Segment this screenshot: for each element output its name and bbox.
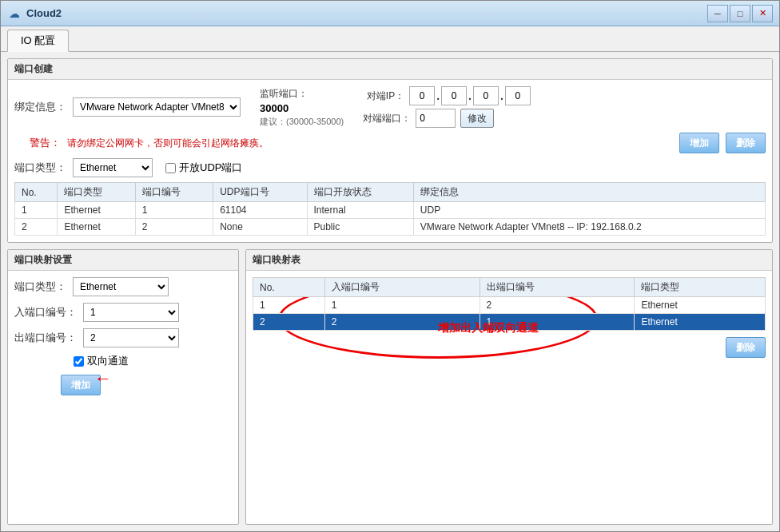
port-creation-section: 端口创建 绑定信息： VMware Network Adapter VMnet8… [7,58,773,243]
mapping-settings-body: 端口类型： Ethernet 入端口编号： 1 出端口编号： [8,271,238,402]
binding-row: 绑定信息： VMware Network Adapter VMnet8 -- I… [14,86,766,128]
peer-group: 对端IP： . . . 对端 [363,86,531,128]
ip-octet-3[interactable] [473,86,499,105]
delete-port-button[interactable]: 删除 [726,133,766,153]
window-title: Cloud2 [26,7,707,19]
map-col-no: No. [253,278,325,297]
listen-group: 监听端口： 30000 建议：(30000-35000) [260,87,344,128]
map-col-out: 出端口编号 [480,278,635,297]
col-status: 端口开放状态 [307,183,413,202]
peer-port-label: 对端端口： [363,112,411,125]
bidirectional-row: 双向通道 [14,354,232,368]
port-mapping-settings-section: 端口映射设置 端口类型： Ethernet 入端口编号： 1 [7,249,239,525]
peer-ip-label: 对端IP： [363,89,404,103]
table-row[interactable]: 2Ethernet2NonePublicVMware Network Adapt… [15,219,766,236]
listen-label: 监听端口： [260,87,344,101]
port-type-label: 端口类型： [14,161,66,175]
map-type-row: 端口类型： Ethernet [14,277,232,296]
peer-port-row: 对端端口： 修改 [363,109,531,128]
app-icon: ☁ [7,6,22,21]
maximize-button[interactable]: □ [730,5,750,22]
mapping-table-footer: 删除 [253,337,766,358]
map-type-label: 端口类型： [14,280,66,294]
mapping-table-title: 端口映射表 [246,250,772,271]
listen-hint: 建议：(30000-35000) [260,116,344,128]
out-port-select[interactable]: 2 [83,328,179,347]
content-area: 端口创建 绑定信息： VMware Network Adapter VMnet8… [1,52,779,531]
mapping-settings-title: 端口映射设置 [8,250,238,271]
col-no: No. [15,183,58,202]
port-table: No. 端口类型 端口编号 UDP端口号 端口开放状态 绑定信息 1Ethern… [14,182,766,236]
tab-io-config[interactable]: IO 配置 [7,30,69,52]
binding-select[interactable]: VMware Network Adapter VMnet8 -- IP: 192… [73,97,241,117]
add-mapping-button[interactable]: 增加 [61,375,101,395]
in-port-select[interactable]: 1 [83,303,179,322]
map-type-select[interactable]: Ethernet [73,277,169,296]
peer-port-input[interactable] [416,109,456,128]
warning-label: 警告： [14,136,61,150]
col-binding: 绑定信息 [413,183,765,202]
close-button[interactable]: ✕ [752,5,773,22]
title-bar: ☁ Cloud2 ─ □ ✕ [1,1,779,26]
modify-button[interactable]: 修改 [460,109,494,128]
bottom-sections: 端口映射设置 端口类型： Ethernet 入端口编号： 1 [7,249,773,525]
delete-mapping-button[interactable]: 删除 [726,337,766,358]
add-port-button[interactable]: 增加 [679,133,719,153]
tab-bar: IO 配置 [1,26,779,52]
list-item[interactable]: 112Ethernet [253,297,766,314]
in-port-row: 入端口编号： 1 [14,303,232,322]
port-type-select[interactable]: Ethernet [73,158,153,177]
bidirectional-checkbox[interactable] [74,356,84,367]
port-creation-body: 绑定信息： VMware Network Adapter VMnet8 -- I… [8,80,772,242]
mapping-bottom-row: 增加 ← [14,375,232,395]
warning-text: 请勿绑定公网网卡，否则可能会引起网络瘫痪。 [67,137,269,150]
ip-octet-1[interactable] [409,86,435,105]
bidirectional-label: 双向通道 [87,354,129,368]
udp-checkbox-row: 开放UDP端口 [165,161,242,175]
out-port-row: 出端口编号： 2 [14,328,232,347]
map-col-in: 入端口编号 [324,278,480,297]
warning-row: 警告： 请勿绑定公网网卡，否则可能会引起网络瘫痪。 增加 删除 [14,133,766,153]
list-item[interactable]: 221Ethernet [253,314,766,331]
ip-box: . . . [409,86,531,105]
ip-octet-2[interactable] [441,86,467,105]
in-port-label: 入端口编号： [14,305,77,320]
col-udp: UDP端口号 [213,183,307,202]
col-type: 端口类型 [58,183,135,202]
udp-label: 开放UDP端口 [179,161,242,175]
peer-ip-row: 对端IP： . . . [363,86,531,105]
minimize-button[interactable]: ─ [707,5,728,22]
col-port-no: 端口编号 [135,183,213,202]
binding-label: 绑定信息： [14,100,66,114]
out-port-label: 出端口编号： [14,331,77,345]
map-col-type: 端口类型 [635,278,766,297]
bidir-checkbox-row: 双向通道 [74,354,129,368]
mapping-table: No. 入端口编号 出端口编号 端口类型 112Ethernet221Ether… [253,277,766,331]
port-mapping-table-section: 端口映射表 No. 入端口编号 出端口编号 端口类型 [245,249,773,525]
listen-value: 30000 [260,102,344,114]
window-controls: ─ □ ✕ [707,5,773,22]
port-type-row: 端口类型： Ethernet 开放UDP端口 [14,158,766,177]
ip-octet-4[interactable] [505,86,531,105]
port-creation-title: 端口创建 [8,59,772,80]
main-window: ☁ Cloud2 ─ □ ✕ IO 配置 端口创建 绑定信息： VMware N… [0,0,780,532]
udp-checkbox[interactable] [165,163,176,173]
mapping-table-body: No. 入端口编号 出端口编号 端口类型 112Ethernet221Ether… [246,271,772,364]
table-row[interactable]: 1Ethernet161104InternalUDP [15,202,766,219]
